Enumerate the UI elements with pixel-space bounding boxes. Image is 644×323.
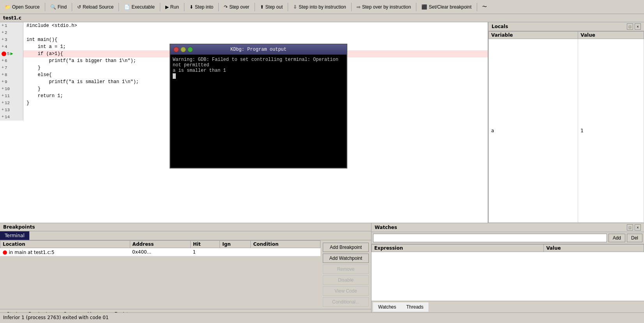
step-into-button[interactable]: ⬇ Step into: [186, 2, 216, 12]
watches-del-button[interactable]: Del: [627, 234, 642, 242]
step-over-instr-label: Step over by instruction: [362, 4, 411, 10]
breakpoints-panel-header: Breakpoints: [0, 223, 371, 231]
watches-add-button[interactable]: Add: [609, 234, 625, 242]
set-clear-bp-label: Set/Clear breakpoint: [429, 4, 471, 10]
add-breakpoint-button[interactable]: Add Breakpoint: [323, 243, 369, 252]
separator: [288, 3, 288, 11]
line-number-11: 11: [5, 92, 10, 99]
find-label: Find: [58, 4, 67, 10]
code-text-11: return 1;: [23, 92, 63, 99]
breakpoints-tabs: Terminal: [0, 231, 371, 240]
line-number-8: 8: [5, 71, 7, 78]
dialog-title-buttons: [173, 47, 193, 52]
cursor-block: [173, 73, 176, 79]
line-gutter-11: +11: [0, 92, 23, 99]
line-plus-6: +: [2, 57, 4, 64]
step-into-icon: ⬇: [189, 4, 193, 10]
locals-controls: □ ×: [627, 23, 641, 30]
find-icon: 🔍: [50, 4, 56, 10]
breakpoints-content: Location Address Hit Ign Condition ● in …: [0, 240, 371, 309]
step-over-button[interactable]: ↷ Step over: [221, 2, 252, 12]
line-gutter-1: +1: [0, 22, 23, 29]
find-button[interactable]: 🔍 Find: [47, 2, 70, 12]
reload-icon: ↺: [77, 4, 81, 10]
line-gutter-3: +3: [0, 36, 23, 43]
dialog-maximize-button[interactable]: [188, 47, 193, 52]
step-over-instr-button[interactable]: ⇨ Step over by instruction: [354, 2, 414, 12]
reload-source-button[interactable]: ↺ Reload Source: [74, 2, 117, 12]
step-over-icon: ↷: [224, 4, 228, 10]
code-panel: +1#include <stdio.h>+2+3int main(){+4 in…: [0, 22, 488, 223]
line-number-3: 3: [5, 36, 7, 43]
locals-float-button[interactable]: □: [627, 23, 633, 30]
dialog-close-button[interactable]: [173, 47, 179, 52]
watches-col-value: Value: [544, 245, 644, 252]
line-number-5: 5: [7, 50, 10, 57]
line-number-14: 14: [5, 114, 10, 121]
line-number-9: 9: [5, 78, 7, 85]
line-gutter-13: +13: [0, 106, 23, 114]
watches-input-row: Add Del: [372, 232, 644, 244]
output-line-2: a is smaller than 1: [173, 68, 344, 73]
locals-table: Variable Value a1: [488, 31, 644, 223]
code-line-2: +2: [0, 29, 488, 36]
line-gutter-4: +4: [0, 43, 23, 50]
line-gutter-10: +10: [0, 85, 23, 92]
watches-header: Watches □ ×: [372, 223, 644, 232]
code-text-10: }: [23, 85, 41, 92]
line-number-6: 6: [5, 57, 7, 64]
folder-icon: 📁: [5, 4, 11, 10]
watches-bottom-tab[interactable]: Watches: [373, 302, 401, 312]
separator: [45, 3, 45, 11]
locals-col-value: Value: [578, 32, 644, 39]
step-out-button[interactable]: ⬆ Step out: [257, 2, 286, 12]
step-into-instr-label: Step into by instruction: [299, 4, 346, 10]
watches-close-button[interactable]: ×: [635, 224, 641, 231]
watches-expression-input[interactable]: [373, 234, 607, 242]
breakpoint-dot-5: [2, 51, 6, 56]
line-gutter-6: +6: [0, 57, 23, 64]
waveform-button[interactable]: 〜: [479, 2, 490, 12]
step-into-instr-button[interactable]: ⇩ Step into by instruction: [290, 2, 349, 12]
code-text-4: int a = 1;: [23, 43, 66, 50]
arrow-marker-5: ▶: [11, 50, 13, 57]
dialog-title: KDbg: Program output: [230, 47, 287, 52]
breakpoint-row: ● in main at test1.c:50x400...1: [0, 248, 320, 256]
executable-button[interactable]: 📄 Executable: [121, 2, 157, 12]
program-output-dialog[interactable]: KDbg: Program output Warning: GDB: Faile…: [170, 44, 347, 169]
add-watchpoint-button[interactable]: Add Watchpoint: [323, 254, 369, 263]
code-text-6: printf("a is bigger than 1\n");: [23, 57, 136, 64]
view-code-button[interactable]: View Code: [323, 286, 369, 296]
bp-condition: [251, 248, 320, 256]
bp-ign: [220, 248, 251, 256]
dialog-minimize-button[interactable]: [180, 47, 186, 52]
line-gutter-7: +7: [0, 64, 23, 71]
watches-float-button[interactable]: □: [627, 224, 633, 231]
separator: [351, 3, 352, 11]
line-gutter-9: +9: [0, 78, 23, 85]
open-source-button[interactable]: 📁 Open Source: [2, 2, 43, 12]
watches-table-area: Expression Value: [372, 244, 644, 301]
line-plus-7: +: [2, 64, 4, 71]
status-text: Inferior 1 (process 2763) exited with co…: [3, 315, 109, 320]
dialog-titlebar: KDbg: Program output: [170, 44, 347, 55]
disable-button[interactable]: Disable: [323, 275, 369, 285]
toolbar: 📁 Open Source 🔍 Find ↺ Reload Source 📄 E…: [0, 0, 644, 14]
output-cursor-line: [173, 73, 344, 79]
conditional-button[interactable]: Conditional...: [323, 297, 369, 307]
set-clear-bp-button[interactable]: ⬛ Set/Clear breakpoint: [418, 2, 474, 12]
code-line-3: +3int main(){: [0, 36, 488, 43]
file-tab: test1.c: [0, 14, 644, 22]
locals-close-button[interactable]: ×: [635, 23, 641, 30]
line-gutter-14: +14: [0, 114, 23, 121]
watches-controls: □ ×: [627, 224, 641, 231]
terminal-tab[interactable]: Terminal: [0, 231, 30, 240]
code-line-1: +1#include <stdio.h>: [0, 22, 488, 29]
run-icon: ▶: [165, 4, 169, 10]
threads-tab[interactable]: Threads: [401, 302, 428, 312]
separator: [477, 3, 477, 11]
line-number-1: 1: [5, 22, 7, 29]
run-button[interactable]: ▶ Run: [162, 2, 182, 12]
status-bar: Inferior 1 (process 2763) exited with co…: [0, 312, 644, 322]
remove-button[interactable]: Remove: [323, 264, 369, 274]
